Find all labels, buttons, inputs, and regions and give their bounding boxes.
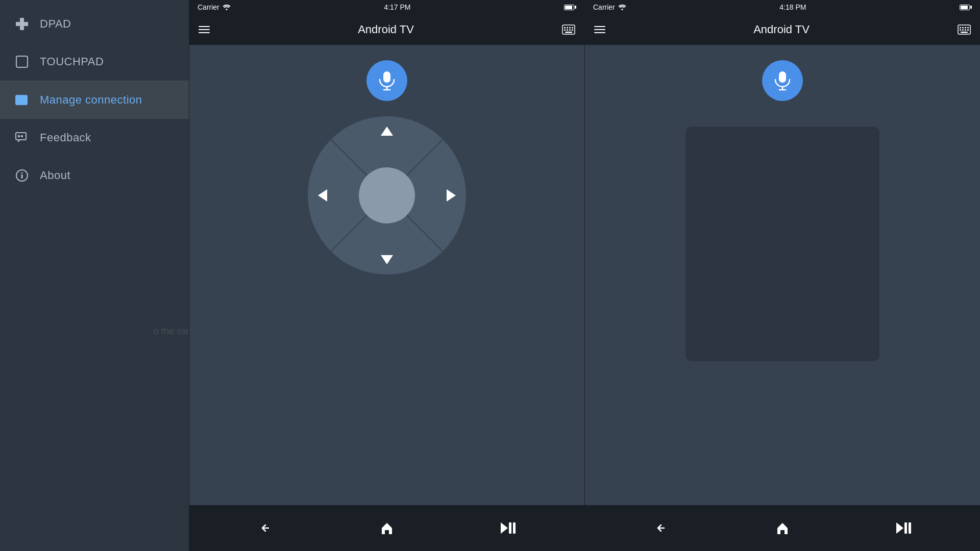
svg-rect-18 — [569, 27, 571, 29]
play-pause-button-2[interactable] — [891, 515, 917, 541]
app-title-2: Android TV — [753, 23, 810, 36]
svg-rect-35 — [965, 27, 966, 29]
svg-rect-1 — [20, 26, 24, 30]
dpad-1 — [308, 116, 466, 274]
sidebar-item-about[interactable]: About — [0, 157, 189, 194]
svg-point-14 — [226, 9, 227, 10]
svg-rect-7 — [18, 98, 24, 102]
status-bar-1: Carrier 4:17 PM — [189, 0, 584, 14]
svg-rect-3 — [24, 22, 28, 26]
svg-point-12 — [21, 172, 23, 174]
play-pause-button-1[interactable] — [496, 515, 521, 541]
svg-rect-17 — [567, 27, 568, 29]
sidebar-item-feedback-label: Feedback — [40, 131, 91, 144]
status-left-2: Carrier — [593, 3, 626, 11]
dpad-up-1[interactable] — [380, 126, 394, 137]
svg-rect-5 — [16, 56, 28, 67]
wifi-manage-icon — [14, 92, 30, 108]
wifi-icon-2 — [618, 4, 626, 10]
svg-marker-45 — [896, 522, 903, 534]
svg-rect-13 — [21, 174, 23, 179]
back-button-2[interactable] — [648, 515, 674, 541]
svg-rect-47 — [909, 522, 911, 534]
svg-rect-25 — [383, 71, 390, 83]
panels-container: Carrier 4:17 PM — [189, 0, 980, 551]
battery-2 — [960, 5, 972, 10]
svg-rect-21 — [567, 30, 568, 31]
phone-panel-1: Carrier 4:17 PM — [189, 0, 584, 551]
bottom-bar-2 — [585, 505, 980, 551]
svg-rect-10 — [21, 135, 23, 137]
bottom-bar-1 — [189, 505, 584, 551]
sidebar-item-manage-connection-label: Manage connection — [40, 93, 142, 107]
app-header-2: Android TV — [585, 14, 980, 45]
svg-rect-9 — [18, 135, 20, 137]
sidebar-item-about-label: About — [40, 169, 70, 182]
dpad-icon — [14, 16, 30, 32]
svg-point-31 — [621, 9, 623, 10]
wifi-icon-1 — [223, 4, 231, 10]
keyboard-icon-2[interactable] — [958, 24, 971, 35]
svg-rect-36 — [967, 27, 969, 29]
svg-rect-30 — [513, 522, 516, 534]
status-right-1 — [564, 5, 576, 10]
carrier-1: Carrier — [198, 3, 219, 11]
svg-rect-39 — [965, 30, 966, 31]
svg-rect-2 — [16, 22, 20, 26]
svg-rect-40 — [967, 30, 969, 31]
remote-content-2 — [585, 45, 980, 505]
sidebar-item-manage-connection[interactable]: Manage connection — [0, 81, 189, 119]
carrier-2: Carrier — [593, 3, 615, 11]
battery-1 — [564, 5, 576, 10]
svg-rect-33 — [960, 27, 961, 29]
remote-content-1 — [189, 45, 584, 505]
sidebar-item-touchpad[interactable]: TOUCHPAD — [0, 43, 189, 81]
dpad-right-1[interactable] — [446, 188, 457, 203]
svg-rect-29 — [509, 522, 511, 534]
feedback-icon — [14, 130, 30, 145]
status-bar-2: Carrier 4:18 PM — [585, 0, 980, 14]
svg-rect-37 — [960, 30, 961, 31]
sidebar-item-feedback[interactable]: Feedback — [0, 119, 189, 157]
svg-rect-24 — [565, 32, 572, 33]
home-button-2[interactable] — [770, 515, 795, 541]
svg-rect-19 — [572, 27, 573, 29]
sidebar-item-dpad[interactable]: DPAD — [0, 5, 189, 43]
app-header-1: Android TV — [189, 14, 584, 45]
phone-panel-2: Carrier 4:18 PM — [584, 0, 980, 551]
svg-rect-38 — [962, 30, 964, 31]
sidebar: DPAD TOUCHPAD Manage connection — [0, 0, 189, 551]
svg-rect-46 — [904, 522, 907, 534]
svg-rect-42 — [779, 71, 786, 83]
dpad-down-1[interactable] — [380, 254, 394, 265]
svg-rect-41 — [961, 32, 968, 33]
status-left-1: Carrier — [198, 3, 231, 11]
back-button-1[interactable] — [253, 515, 278, 541]
sidebar-item-touchpad-label: TOUCHPAD — [40, 55, 104, 68]
touchpad-area-2[interactable] — [685, 127, 879, 361]
svg-rect-22 — [569, 30, 571, 31]
sidebar-item-dpad-label: DPAD — [40, 17, 71, 31]
hamburger-menu-1[interactable] — [199, 26, 210, 33]
time-2: 4:18 PM — [779, 3, 806, 11]
dpad-circle-1 — [308, 116, 466, 274]
svg-rect-20 — [564, 30, 566, 31]
keyboard-icon-1[interactable] — [562, 24, 575, 35]
info-icon — [14, 168, 30, 183]
status-right-2 — [960, 5, 972, 10]
svg-rect-16 — [564, 27, 566, 29]
dpad-left-1[interactable] — [317, 188, 328, 203]
home-button-1[interactable] — [374, 515, 400, 541]
mic-button-2[interactable] — [762, 60, 803, 101]
svg-marker-28 — [501, 522, 508, 534]
svg-rect-4 — [20, 22, 24, 26]
svg-rect-34 — [962, 27, 964, 29]
time-1: 4:17 PM — [384, 3, 410, 11]
mic-button-1[interactable] — [366, 60, 407, 101]
app-title-1: Android TV — [358, 23, 414, 36]
hamburger-menu-2[interactable] — [594, 26, 605, 33]
svg-rect-23 — [572, 30, 573, 31]
touchpad-icon — [14, 54, 30, 69]
svg-rect-0 — [20, 18, 24, 22]
dpad-center-1[interactable] — [359, 167, 415, 223]
